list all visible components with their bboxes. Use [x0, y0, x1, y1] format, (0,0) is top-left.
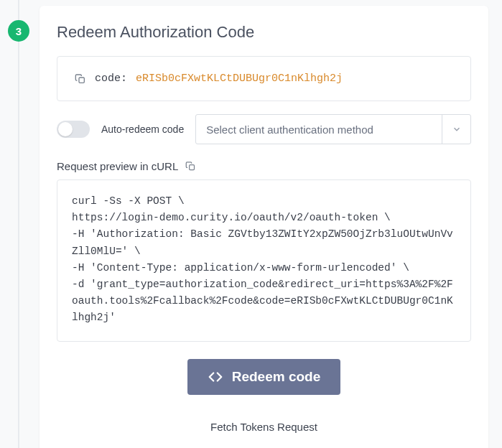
auto-redeem-label: Auto-redeem code [101, 123, 184, 135]
code-value: eRISb0cFXwtKLCtDUBUgr0C1nKlhgh2j [136, 73, 343, 85]
toggle-knob [58, 122, 73, 136]
auth-method-select[interactable]: Select client authentication method [195, 114, 471, 144]
step-rail: 3 [0, 0, 30, 448]
curl-preview-label-row: Request preview in cURL [57, 160, 471, 172]
step-connector-line [18, 0, 19, 448]
redeem-code-button[interactable]: Redeem code [187, 359, 341, 395]
auth-method-placeholder: Select client authentication method [196, 115, 442, 144]
curl-preview-box: curl -Ss -X POST \ https://login-demo.cu… [57, 179, 471, 342]
redeem-card: Redeem Authorization Code code: eRISb0cF… [39, 6, 488, 448]
code-label: code: [95, 73, 127, 85]
controls-row: Auto-redeem code Select client authentic… [57, 114, 471, 144]
card-title: Redeem Authorization Code [57, 23, 471, 42]
step-number-badge: 3 [8, 20, 29, 42]
footer-label: Fetch Tokens Request [57, 421, 471, 433]
svg-rect-1 [190, 165, 195, 170]
code-brackets-icon [208, 369, 223, 385]
auto-redeem-toggle[interactable] [57, 121, 90, 138]
redeem-button-label: Redeem code [232, 369, 321, 385]
curl-preview-label: Request preview in cURL [57, 160, 178, 172]
code-display-box: code: eRISb0cFXwtKLCtDUBUgr0C1nKlhgh2j [57, 56, 471, 101]
chevron-down-icon [442, 115, 470, 144]
copy-code-icon[interactable] [75, 73, 86, 85]
svg-rect-0 [79, 78, 84, 83]
copy-curl-icon[interactable] [185, 161, 196, 172]
